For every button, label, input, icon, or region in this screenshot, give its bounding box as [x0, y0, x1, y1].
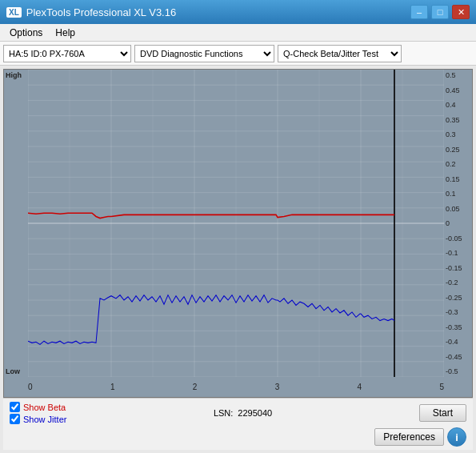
function-select[interactable]: DVD Diagnostic Functions	[134, 45, 274, 62]
y-label: 0.4	[446, 101, 470, 109]
main-content: High Low 0.5 0.45 0.4 0.35 0.3 0.25 0.2 …	[0, 66, 476, 453]
high-label: High	[6, 71, 22, 79]
checkbox-group: Show Beta Show Jitter	[10, 402, 66, 424]
show-beta-checkbox-label[interactable]: Show Beta	[10, 402, 66, 412]
bottom-panel: Show Beta Show Jitter LSN: 2295040 Start…	[3, 398, 473, 450]
close-button[interactable]: ✕	[452, 5, 470, 19]
title-bar-left: XL PlexTools Professional XL V3.16	[6, 6, 176, 18]
y-label: -0.4	[446, 338, 470, 346]
y-label: 0.25	[446, 146, 470, 154]
y-label: 0.15	[446, 175, 470, 183]
y-label: -0.15	[446, 264, 470, 272]
lsn-label: LSN:	[214, 408, 233, 418]
app-icon: XL	[6, 7, 22, 18]
y-label: 0.05	[446, 205, 470, 213]
preferences-button[interactable]: Preferences	[374, 428, 444, 446]
bottom-actions: Preferences i	[374, 427, 466, 447]
title-bar: XL PlexTools Professional XL V3.16 – □ ✕	[0, 0, 476, 24]
show-jitter-label: Show Jitter	[23, 415, 66, 424]
show-beta-checkbox[interactable]	[10, 402, 20, 412]
y-label: 0.3	[446, 130, 470, 138]
y-axis-right: 0.5 0.45 0.4 0.35 0.3 0.25 0.2 0.15 0.1 …	[444, 70, 472, 377]
x-label: 3	[275, 383, 280, 391]
chart-container: High Low 0.5 0.45 0.4 0.35 0.3 0.25 0.2 …	[3, 69, 473, 398]
y-label: -0.35	[446, 323, 470, 331]
y-label: 0	[446, 219, 470, 227]
y-label: -0.3	[446, 308, 470, 316]
bottom-row1: Show Beta Show Jitter LSN: 2295040 Start	[10, 402, 466, 424]
show-beta-label: Show Beta	[23, 403, 66, 412]
y-label: 0.45	[446, 86, 470, 94]
y-label: -0.25	[446, 294, 470, 302]
x-label: 1	[110, 383, 115, 391]
lsn-group: LSN: 2295040	[214, 408, 272, 418]
y-label: -0.5	[446, 367, 470, 375]
x-label: 2	[193, 383, 198, 391]
y-label: -0.1	[446, 249, 470, 257]
y-label: -0.05	[446, 235, 470, 243]
show-jitter-checkbox[interactable]	[10, 414, 20, 424]
x-label: 5	[439, 383, 444, 391]
menu-help[interactable]: Help	[49, 26, 82, 40]
x-label: 4	[358, 383, 362, 391]
start-button[interactable]: Start	[419, 404, 466, 422]
x-label: 0	[28, 383, 33, 391]
y-label: -0.2	[446, 279, 470, 287]
menu-bar: Options Help	[0, 24, 476, 42]
y-label: 0.2	[446, 160, 470, 168]
show-jitter-checkbox-label[interactable]: Show Jitter	[10, 414, 66, 424]
x-axis: 0 1 2 3 4 5	[28, 377, 444, 397]
info-button[interactable]: i	[447, 427, 466, 447]
lsn-value: 2295040	[238, 408, 272, 418]
chart-svg	[28, 70, 444, 377]
y-label: 0.1	[446, 190, 470, 198]
window-title: PlexTools Professional XL V3.16	[26, 6, 176, 18]
bottom-row2: Preferences i	[10, 427, 466, 447]
y-label: 0.5	[446, 71, 470, 79]
title-controls: – □ ✕	[410, 5, 470, 19]
low-label: Low	[6, 367, 20, 375]
drive-select[interactable]: HA:5 ID:0 PX-760A	[3, 45, 131, 62]
menu-options[interactable]: Options	[3, 26, 49, 40]
maximize-button[interactable]: □	[431, 5, 449, 19]
y-label: 0.35	[446, 116, 470, 124]
minimize-button[interactable]: –	[410, 5, 428, 19]
toolbar: HA:5 ID:0 PX-760A DVD Diagnostic Functio…	[0, 42, 476, 66]
test-select[interactable]: Q-Check Beta/Jitter Test	[278, 45, 402, 62]
y-label: -0.45	[446, 353, 470, 361]
